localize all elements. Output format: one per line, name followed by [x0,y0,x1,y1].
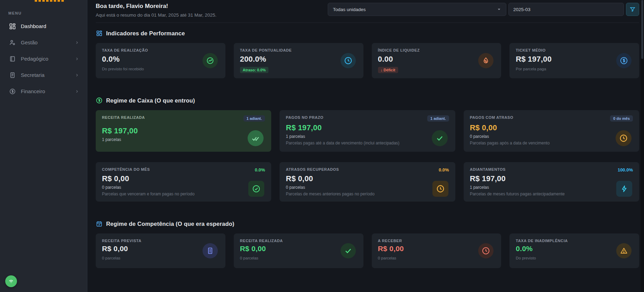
dollar-circle-icon [96,97,103,104]
chevron-right-icon [75,73,79,78]
sidebar-item-financeiro[interactable]: Financeiro [0,83,87,99]
card-a-receber: A RECEBER R$ 0,00 0 parcelas [372,233,501,268]
card-value: 200.0% [240,55,357,64]
sidebar-item-label: Dashboard [21,23,79,29]
document-icon [203,243,218,258]
card-percent: 0.0% [439,167,449,172]
card-value: R$ 0,00 [378,245,495,253]
card-percent: 0.0% [255,167,265,172]
card-adiantamentos: ADIANTAMENTOS 100.0% R$ 197,00 1 parcela… [464,162,639,202]
page-title: Boa tarde, Flavio Moreira! [96,3,216,10]
greeting-block: Boa tarde, Flavio Moreira! Aqui está o r… [96,3,216,18]
card-description: Parcelas pagas até a data de vencimento … [286,141,414,145]
unit-select[interactable]: Todas unidades [328,3,506,16]
card-receita-realizada-competencia: RECEITA REALIZADA R$ 0,00 0 parcelas [234,233,363,268]
clock-icon [341,53,356,68]
month-input[interactable] [508,3,624,16]
warning-triangle-icon [616,243,632,258]
clock-icon [478,243,493,258]
calendar-check-icon [96,220,103,227]
app-logo [35,0,65,2]
card-description: Parcelas de meses futuros pagas antecipa… [470,192,633,196]
trending-up-icon [203,53,218,68]
droplet-percent-icon [478,53,493,68]
sidebar-item-gestao[interactable]: Gestão [0,34,87,51]
card-title: TAXA DE PONTUALIDADE [240,48,357,52]
sidebar-item-label: Pedagógico [21,56,70,62]
sidebar-item-dashboard[interactable]: Dashboard [0,18,87,34]
date-range-summary: Aqui está o resumo do dia 01 Mar, 2025 a… [96,12,216,18]
card-title: ÍNDICE DE LIQUIDEZ [378,48,495,52]
chevron-down-icon [497,7,501,11]
kpi-card-taxa-pontualidade: TAXA DE PONTUALIDADE 200.0% Atraso: 0.0% [234,43,363,78]
chevron-right-icon [75,56,79,61]
card-value: R$ 0,00 [240,245,357,253]
dollar-circle-icon [9,88,16,95]
dashboard-grid-icon [9,23,16,30]
card-title: ATRASOS RECUPERADOS [286,167,339,171]
section-title: Indicadores de Performance [106,30,185,37]
grid-section-icon [96,30,103,37]
card-description: Parcelas pagas após a data de vencimento [470,141,633,145]
caixa-cards-row1: RECEITA REALIZADA 1 adiant. R$ 197,00 1 … [96,110,639,152]
card-receita-prevista: RECEITA PREVISTA R$ 0,00 0 parcelas [96,233,225,268]
card-title: TAXA DE REALIZAÇÃO [102,48,219,52]
card-parcelas: 0 parcelas [102,185,265,190]
section-caixa-header: Regime de Caixa (O que entrou) [96,97,639,104]
clock-icon [616,130,632,146]
check-icon [432,130,448,146]
dashboard-page: MENU Dashboard Gestão [0,0,644,292]
sidebar-item-pedagogico[interactable]: Pedagógico [0,51,87,67]
section-performance: Indicadores de Performance TAXA DE REALI… [96,30,639,78]
filter-funnel-icon [629,6,636,12]
card-subtitle: Por parcela paga [516,67,633,71]
card-parcelas: 1 parcelas [470,185,633,190]
card-value: R$ 0,00 [470,123,633,132]
dollar-circle-icon [616,53,632,68]
scrollbar[interactable] [641,0,644,292]
caixa-cards-row2: COMPETÊNCIA DO MÊS 0.0% R$ 0,00 0 parcel… [96,162,639,202]
card-value: R$ 0,00 [102,245,219,253]
double-check-icon [248,130,264,146]
adiantamento-badge: 1 adiant. [427,115,449,122]
card-value: R$ 0,00 [286,174,449,183]
adiantamento-badge: 1 adiant. [243,115,265,122]
section-caixa: Regime de Caixa (O que entrou) RECEITA R… [96,97,639,202]
card-parcelas: 0 parcelas [286,185,449,190]
section-title: Regime de Caixa (O que entrou) [106,97,195,104]
wifi-icon [8,278,14,284]
menu-section-label: MENU [0,6,87,18]
card-parcelas: 0 parcelas [470,134,633,139]
card-parcelas: 1 parcelas [102,137,265,142]
card-title: A RECEBER [378,239,495,243]
section-title: Regime de Competência (O que era esperad… [106,221,234,227]
section-performance-header: Indicadores de Performance [96,30,639,37]
connection-status-button[interactable] [5,275,17,287]
kpi-card-taxa-realizacao: TAXA DE REALIZAÇÃO 0.0% Do previsto foi … [96,43,225,78]
card-parcelas: 0 parcelas [240,256,357,260]
card-title: RECEITA REALIZADA [240,239,357,243]
sidebar-item-label: Gestão [21,39,70,45]
section-competencia: Regime de Competência (O que era esperad… [96,220,639,268]
card-subtitle: Do previsto [516,256,633,260]
topbar: Boa tarde, Flavio Moreira! Aqui está o r… [96,0,639,23]
sidebar-nav: Dashboard Gestão Pedagógico [0,18,87,99]
card-title: TAXA DE INADIMPLÊNCIA [516,239,633,243]
card-title: COMPETÊNCIA DO MÊS [102,167,150,171]
user-gear-icon [9,39,16,46]
card-percent: 100.0% [618,167,633,172]
apply-filter-button[interactable] [626,3,639,16]
section-competencia-header: Regime de Competência (O que era esperad… [96,220,639,227]
card-parcelas: 1 parcelas [286,134,449,139]
main-content: Boa tarde, Flavio Moreira! Aqui está o r… [87,0,644,292]
card-competencia-do-mes: COMPETÊNCIA DO MÊS 0.0% R$ 0,00 0 parcel… [96,162,271,202]
card-title: TICKET MÉDIO [516,48,633,52]
kpi-card-ticket-medio: TICKET MÉDIO R$ 197,00 Por parcela paga [509,43,639,78]
card-value: 0.0% [516,245,633,253]
card-description: Parcelas que venceram e foram pagas no p… [102,192,265,196]
kpi-card-indice-liquidez: ÍNDICE DE LIQUIDEZ 0.00 ↓ Déficit [372,43,501,78]
card-value: 0.0% [102,55,219,64]
sidebar-item-label: Secretaria [21,72,70,78]
scrollbar-thumb[interactable] [641,0,643,59]
sidebar-item-secretaria[interactable]: Secretaria [0,67,87,83]
